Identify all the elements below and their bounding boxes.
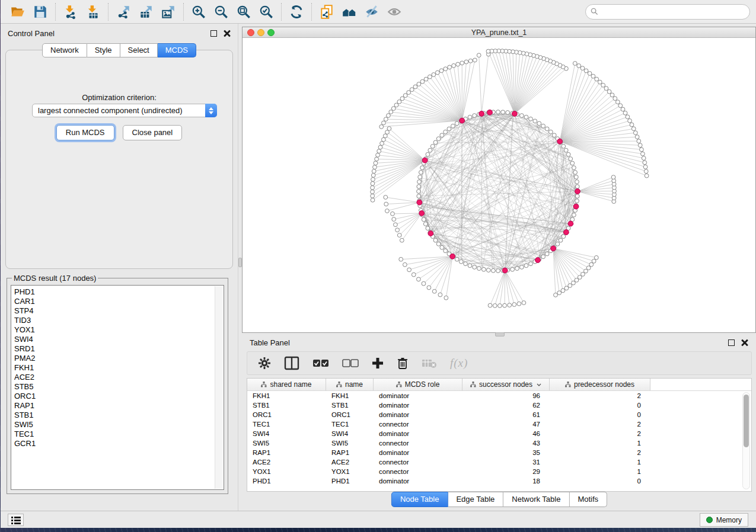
export-table-button[interactable]: [135, 2, 157, 21]
dominator-node[interactable]: [575, 189, 580, 194]
cell-pre[interactable]: 0: [550, 410, 650, 419]
leaf-node[interactable]: [397, 100, 401, 104]
cell-suc[interactable]: 43: [462, 438, 550, 448]
leaf-node[interactable]: [438, 293, 442, 297]
leaf-node[interactable]: [586, 266, 591, 270]
network-node[interactable]: [574, 175, 578, 179]
leaf-node[interactable]: [407, 268, 412, 272]
network-node[interactable]: [422, 217, 426, 222]
mcds-result-item[interactable]: PMA2: [14, 354, 224, 363]
leaf-node[interactable]: [371, 177, 375, 181]
leaf-node[interactable]: [601, 83, 605, 87]
leaf-node[interactable]: [452, 63, 456, 68]
leaf-node[interactable]: [564, 286, 569, 290]
leaf-node[interactable]: [638, 143, 642, 148]
leaf-node[interactable]: [592, 259, 596, 263]
tab-network[interactable]: Network: [42, 43, 87, 57]
network-node[interactable]: [533, 119, 537, 123]
memory-button[interactable]: Memory: [700, 513, 748, 527]
leaf-node[interactable]: [568, 284, 572, 288]
network-node[interactable]: [519, 265, 524, 270]
leaf-node[interactable]: [371, 194, 375, 198]
first-neighbors-button[interactable]: [338, 2, 361, 21]
leaf-node[interactable]: [610, 93, 614, 97]
table-tab-network-table[interactable]: Network Table: [503, 492, 569, 507]
leaf-node[interactable]: [432, 289, 436, 293]
dominator-node[interactable]: [551, 246, 556, 251]
leaf-node[interactable]: [385, 130, 390, 134]
leaf-node[interactable]: [384, 117, 388, 121]
mcds-result-item[interactable]: RAP1: [14, 401, 224, 411]
table-row[interactable]: PHD1PHD1dominator180: [247, 476, 751, 486]
mcds-result-item[interactable]: FKH1: [14, 363, 224, 373]
cell-shared[interactable]: YOX1: [247, 467, 326, 476]
leaf-node[interactable]: [508, 303, 512, 307]
cell-shared[interactable]: SWI4: [247, 429, 326, 438]
network-node[interactable]: [575, 185, 579, 189]
export-network-button[interactable]: [112, 2, 135, 21]
network-node[interactable]: [451, 124, 455, 128]
network-node[interactable]: [519, 114, 524, 118]
network-node[interactable]: [575, 199, 579, 203]
cell-name[interactable]: ACE2: [326, 457, 374, 467]
cell-role[interactable]: dominator: [374, 448, 462, 457]
cell-suc[interactable]: 62: [462, 400, 550, 410]
leaf-node[interactable]: [371, 198, 375, 202]
cell-role[interactable]: dominator: [374, 410, 462, 419]
leaf-node[interactable]: [420, 79, 425, 84]
close-panel-button[interactable]: Close panel: [123, 125, 183, 140]
import-network-button[interactable]: [59, 2, 82, 21]
tab-style[interactable]: Style: [87, 43, 120, 57]
leaf-node[interactable]: [385, 209, 389, 213]
leaf-node[interactable]: [371, 174, 375, 178]
network-node[interactable]: [541, 255, 546, 259]
vertical-splitter[interactable]: [238, 24, 242, 511]
export-image-button[interactable]: [157, 2, 180, 21]
leaf-node[interactable]: [444, 67, 448, 71]
leaf-node[interactable]: [435, 70, 439, 75]
network-node[interactable]: [468, 115, 472, 119]
network-node[interactable]: [575, 194, 579, 198]
mcds-list-scrollbar[interactable]: [215, 286, 223, 489]
leaf-node[interactable]: [422, 281, 426, 286]
network-node[interactable]: [473, 114, 477, 118]
leaf-node[interactable]: [643, 161, 647, 165]
leaf-node[interactable]: [554, 293, 558, 297]
leaf-node[interactable]: [412, 273, 416, 277]
dominator-node[interactable]: [573, 204, 579, 209]
dominator-node[interactable]: [419, 211, 425, 216]
table-header-MCDS-role[interactable]: MCDS role: [374, 379, 462, 390]
network-node[interactable]: [506, 111, 510, 115]
float-panel-icon[interactable]: [210, 30, 217, 37]
network-node[interactable]: [417, 194, 421, 198]
cell-suc[interactable]: 35: [462, 448, 550, 457]
leaf-node[interactable]: [595, 77, 599, 81]
dominator-node[interactable]: [417, 200, 422, 205]
leaf-node[interactable]: [403, 262, 407, 267]
dominator-node[interactable]: [422, 158, 428, 163]
add-column-button[interactable]: [372, 355, 384, 371]
cell-role[interactable]: connector: [374, 457, 462, 467]
table-row[interactable]: RAP1RAP1dominator352: [247, 448, 751, 457]
network-node[interactable]: [444, 130, 448, 134]
leaf-node[interactable]: [456, 62, 460, 66]
leaf-node[interactable]: [522, 301, 526, 305]
cell-pre[interactable]: 2: [550, 419, 650, 429]
mcds-result-item[interactable]: CAR1: [14, 297, 224, 306]
leaf-node[interactable]: [397, 233, 401, 238]
leaf-node[interactable]: [439, 69, 444, 73]
mcds-result-item[interactable]: STP4: [14, 306, 224, 316]
mcds-result-item[interactable]: YOX1: [14, 325, 224, 335]
leaf-node[interactable]: [642, 156, 646, 161]
network-node[interactable]: [420, 166, 425, 170]
network-node[interactable]: [552, 133, 556, 137]
network-node[interactable]: [541, 124, 546, 128]
deselect-all-button[interactable]: [342, 355, 359, 371]
dominator-node[interactable]: [450, 254, 455, 259]
table-row[interactable]: FKH1FKH1dominator962: [247, 391, 751, 400]
leaf-node[interactable]: [387, 114, 391, 118]
cell-shared[interactable]: FKH1: [247, 391, 326, 400]
dominator-node[interactable]: [512, 111, 517, 117]
zoom-fit-button[interactable]: [232, 2, 255, 21]
table-scrollbar[interactable]: [742, 392, 750, 489]
